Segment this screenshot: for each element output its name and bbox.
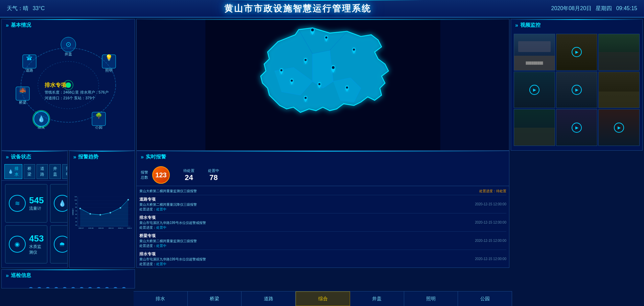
page-title: 黄山市市政设施智慧运行管理系统	[224, 3, 371, 15]
device-card-rain: 🌧 245 雨量计	[50, 225, 67, 264]
nav-btn-drainage[interactable]: 排水	[134, 291, 188, 306]
svg-text:40: 40	[75, 221, 77, 223]
date: 2020年08月20日	[551, 5, 592, 11]
alert-3-category: 排水专项	[139, 215, 506, 221]
person-icon: 👤	[95, 287, 102, 288]
map-svg	[137, 19, 509, 150]
svg-text:🛣: 🛣	[26, 54, 32, 61]
video-cell-8[interactable]: ▶	[556, 109, 597, 146]
person-icon: 👤	[52, 287, 60, 288]
video-grid: █████████ ▶ ▶	[511, 31, 642, 149]
alert-5-status: 处置进度：处置中	[139, 262, 506, 266]
person-icon-gray: 👤	[112, 287, 119, 288]
patrol-panel: 巡检信息 巡检 人员 👤 👤 👤 👤 👤 👤 👤 👤	[1, 269, 135, 288]
nav-btn-comprehensive[interactable]: 综合	[296, 291, 350, 306]
alert-total-num: 123	[155, 171, 166, 179]
video-cell-4[interactable]: ▶	[514, 72, 555, 108]
device-tabs: 💧 排水 桥梁 道路 井盖 照明 公园	[2, 163, 67, 181]
nav-btn-manhole[interactable]: 井盖	[350, 291, 404, 306]
nav-btn-lighting[interactable]: 照明	[404, 291, 458, 306]
svg-point-36	[304, 97, 306, 99]
svg-text:🌳: 🌳	[95, 112, 102, 119]
alert-2-desc: 黄山大桥第二横跨重量沉降仪三级报警	[139, 202, 197, 207]
svg-point-65	[89, 213, 91, 214]
alert-4-desc: 黄山大桥第二横跨重量监测仪三级报警	[139, 239, 197, 244]
svg-text:2020.12: 2020.12	[127, 227, 132, 229]
svg-text:💡: 💡	[105, 54, 113, 61]
svg-text:公园: 公园	[95, 126, 102, 129]
svg-text:桥梁: 桥梁	[19, 100, 26, 104]
alert-list: 黄山大桥第二横跨重量监测仪三级报警 处置进度：待处置 道路专项 黄山大桥第二横跨…	[137, 186, 509, 268]
svg-text:2020.11: 2020.11	[118, 227, 123, 229]
realtime-alert-title: 实时报警	[137, 151, 509, 163]
nav-btn-road[interactable]: 道路	[242, 291, 296, 306]
person-icon: 👤	[27, 287, 34, 288]
device-tab-manhole[interactable]: 井盖	[49, 164, 61, 179]
device-tab-road[interactable]: 道路	[37, 164, 48, 179]
temperature: 33°C	[32, 5, 45, 11]
person-icon: 👤	[103, 287, 111, 288]
svg-text:80: 80	[75, 206, 77, 208]
alert-1-status: 处置进度：待处置	[479, 189, 506, 194]
flow-name: 流量计	[29, 206, 44, 211]
person-icons: 👤 👤 👤 👤 👤 👤 👤 👤 👤 👤 👤 👤 👤 👤	[27, 287, 131, 288]
person-icon: 👤	[44, 287, 51, 288]
video-cell-3[interactable]	[598, 34, 640, 71]
svg-text:管线长度：2468公里 排水用户：576户: 管线长度：2468公里 排水用户：576户	[45, 90, 109, 94]
svg-text:报警数量/个: 报警数量/个	[72, 208, 74, 215]
device-tab-lighting[interactable]: 照明	[62, 164, 68, 179]
svg-point-64	[79, 208, 81, 209]
svg-point-69	[128, 199, 129, 200]
circle-diagram: 🛣 道路 ⊙ 井盖 💡 照明 🌉	[14, 34, 122, 129]
person-icon: 👤	[86, 287, 94, 288]
quality-icon: ◉	[9, 236, 26, 253]
video-title: 视频监控	[511, 19, 642, 31]
video-cell-6[interactable]	[598, 72, 640, 108]
video-cell-9[interactable]: ▶	[598, 109, 640, 146]
svg-text:井盖: 井盖	[65, 52, 72, 56]
flow-count: 545	[29, 195, 44, 206]
alert-processing-stat: 处置中 78	[208, 168, 219, 182]
device-tab-drainage[interactable]: 💧 排水	[4, 164, 22, 179]
video-cell-5[interactable]: ▶	[556, 72, 597, 108]
svg-point-27	[311, 29, 314, 31]
alert-total-row: 报警 总数 123 待处置 24 处置中 78	[137, 163, 509, 186]
alert-trend-panel: 报警趋势 110 100 90 80 70 60 50 40 30 报警数量/个	[69, 151, 135, 268]
device-card-water-level: 💧 245 水位仪	[50, 184, 67, 223]
svg-point-34	[280, 69, 282, 71]
alert-total-badge: 123	[152, 166, 170, 184]
svg-text:2020.09: 2020.09	[98, 227, 104, 229]
basic-info-panel: 基本情况 🛣 道路 ⊙ 井盖	[1, 19, 135, 151]
datetime-info: 2020年08月20日 星期四 09:45:15	[551, 5, 637, 12]
svg-text:100: 100	[74, 199, 77, 201]
svg-text:50: 50	[75, 217, 77, 219]
water-icon: 💧	[8, 169, 13, 174]
svg-point-66	[99, 214, 101, 215]
video-cell-7[interactable]	[514, 109, 555, 146]
processing-num: 78	[209, 173, 217, 182]
weather-info: 天气：晴 33°C	[7, 5, 45, 12]
nav-btn-park[interactable]: 公园	[458, 291, 512, 306]
device-grid: ≋ 545 流量计 💧 245 水位仪 ≡	[2, 181, 67, 267]
device-tab-bridge[interactable]: 桥梁	[24, 164, 35, 179]
alert-2-status: 处置进度：处置中	[139, 207, 506, 212]
svg-text:排水专项: 排水专项	[44, 82, 67, 88]
device-status-title: 设备状态	[2, 151, 67, 163]
patrol-personnel-row: 巡检 人员 👤 👤 👤 👤 👤 👤 👤 👤 👤 👤	[6, 287, 131, 288]
middle-bottom: 设备状态 💧 排水 桥梁 道路 井盖 照明 公	[1, 151, 135, 268]
alert-4-time: 2020-12-15 12:00:00	[475, 239, 506, 244]
svg-point-28	[325, 36, 327, 39]
video-cell-2[interactable]: ▶	[556, 34, 597, 71]
bottom-nav: 排水 桥梁 道路 综合 井盖 照明 公园	[134, 291, 512, 306]
device-info-quality: 453 水质监测仪	[29, 233, 44, 255]
svg-text:道路: 道路	[26, 68, 33, 72]
alert-item-4: 桥梁专项 黄山大桥第二横跨重量监测仪三级报警 2020-12-15 12:00:…	[139, 232, 506, 250]
video-cell-1[interactable]: █████████	[514, 34, 555, 71]
svg-text:2020.08: 2020.08	[88, 227, 93, 229]
rain-icon: 🌧	[54, 236, 67, 253]
nav-btn-bridge[interactable]: 桥梁	[188, 291, 242, 306]
svg-text:110: 110	[74, 196, 77, 198]
svg-text:🌉: 🌉	[19, 87, 26, 94]
alert-5-category: 排水专项	[139, 251, 506, 257]
device-info-flow: 545 流量计	[29, 195, 44, 211]
